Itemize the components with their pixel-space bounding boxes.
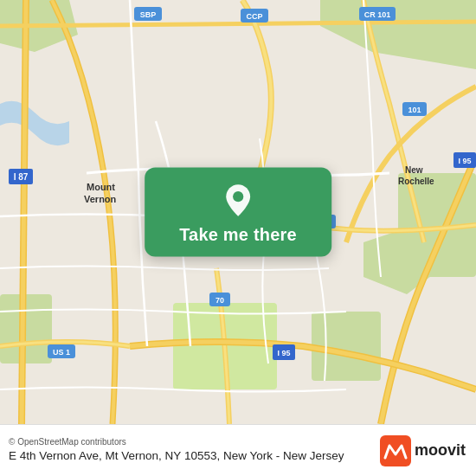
moovit-icon bbox=[380, 435, 411, 466]
moovit-wordmark: moovit bbox=[415, 441, 466, 460]
address-label: E 4th Vernon Ave, Mt Vernon, NY 10553, N… bbox=[9, 448, 380, 464]
svg-text:70: 70 bbox=[215, 296, 224, 305]
svg-text:Vernon: Vernon bbox=[84, 194, 117, 204]
svg-text:Mount: Mount bbox=[87, 182, 115, 192]
bottom-info-bar: © OpenStreetMap contributors E 4th Verno… bbox=[0, 424, 476, 476]
svg-text:I 95: I 95 bbox=[458, 157, 471, 165]
svg-text:New: New bbox=[405, 165, 423, 175]
moovit-logo: moovit bbox=[380, 435, 466, 466]
take-me-there-card[interactable]: Take me there bbox=[145, 168, 331, 257]
svg-point-33 bbox=[233, 191, 243, 202]
svg-rect-34 bbox=[380, 435, 411, 466]
map-container: SBP I 87 CCP CR 101 101 I 95 HRP 70 US 1 bbox=[0, 0, 476, 424]
svg-text:101: 101 bbox=[408, 106, 421, 114]
take-me-there-button[interactable]: Take me there bbox=[179, 225, 297, 245]
location-pin-icon bbox=[221, 183, 255, 218]
address-section: © OpenStreetMap contributors E 4th Verno… bbox=[9, 437, 380, 464]
svg-text:Rochelle: Rochelle bbox=[398, 177, 434, 186]
navigation-overlay[interactable]: Take me there bbox=[145, 168, 331, 257]
svg-text:I 95: I 95 bbox=[277, 349, 290, 357]
svg-text:US 1: US 1 bbox=[53, 348, 70, 357]
svg-text:I 87: I 87 bbox=[14, 172, 29, 182]
svg-text:SBP: SBP bbox=[140, 10, 157, 19]
svg-text:CR 101: CR 101 bbox=[364, 10, 391, 19]
svg-text:CCP: CCP bbox=[246, 12, 262, 21]
osm-attribution: © OpenStreetMap contributors bbox=[9, 437, 380, 447]
